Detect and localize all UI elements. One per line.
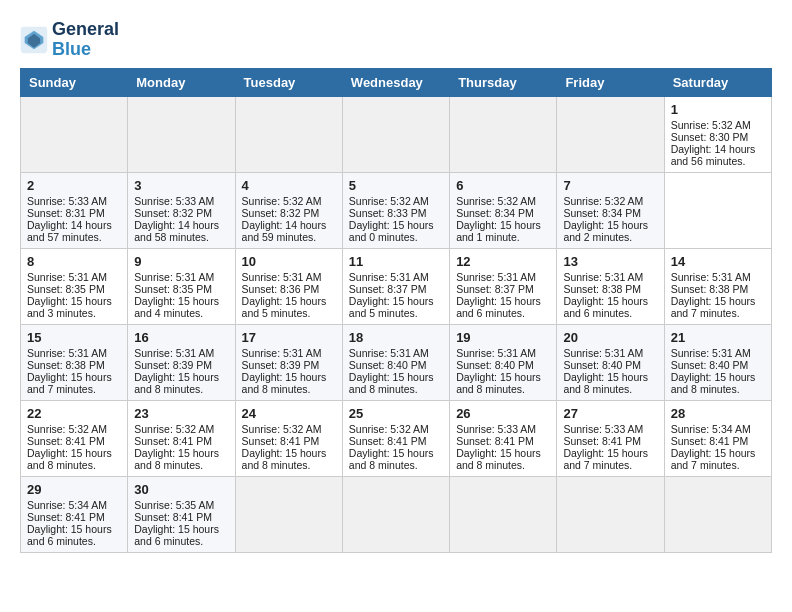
sunset: Sunset: 8:41 PM	[456, 435, 534, 447]
sunrise: Sunrise: 5:32 AM	[27, 423, 107, 435]
sunrise: Sunrise: 5:31 AM	[349, 271, 429, 283]
day-number: 15	[27, 330, 121, 345]
sunset: Sunset: 8:37 PM	[349, 283, 427, 295]
logo-text: General Blue	[52, 20, 119, 60]
sunrise: Sunrise: 5:31 AM	[134, 271, 214, 283]
calendar-day: 20Sunrise: 5:31 AMSunset: 8:40 PMDayligh…	[557, 324, 664, 400]
empty-cell	[342, 476, 449, 552]
daylight: Daylight: 15 hours and 8 minutes.	[563, 371, 648, 395]
calendar-day: 29Sunrise: 5:34 AMSunset: 8:41 PMDayligh…	[21, 476, 128, 552]
day-number: 20	[563, 330, 657, 345]
sunrise: Sunrise: 5:32 AM	[242, 423, 322, 435]
sunrise: Sunrise: 5:32 AM	[349, 423, 429, 435]
daylight: Daylight: 15 hours and 8 minutes.	[456, 371, 541, 395]
sunset: Sunset: 8:33 PM	[349, 207, 427, 219]
day-number: 16	[134, 330, 228, 345]
sunset: Sunset: 8:41 PM	[27, 511, 105, 523]
sunrise: Sunrise: 5:35 AM	[134, 499, 214, 511]
col-header-monday: Monday	[128, 68, 235, 96]
calendar-week-row: 15Sunrise: 5:31 AMSunset: 8:38 PMDayligh…	[21, 324, 772, 400]
daylight: Daylight: 15 hours and 3 minutes.	[27, 295, 112, 319]
day-number: 22	[27, 406, 121, 421]
calendar-day: 9Sunrise: 5:31 AMSunset: 8:35 PMDaylight…	[128, 248, 235, 324]
calendar-table: SundayMondayTuesdayWednesdayThursdayFrid…	[20, 68, 772, 553]
day-number: 18	[349, 330, 443, 345]
sunset: Sunset: 8:41 PM	[134, 511, 212, 523]
daylight: Daylight: 15 hours and 8 minutes.	[27, 447, 112, 471]
calendar-week-row: 2Sunrise: 5:33 AMSunset: 8:31 PMDaylight…	[21, 172, 772, 248]
calendar-week-row: 29Sunrise: 5:34 AMSunset: 8:41 PMDayligh…	[21, 476, 772, 552]
daylight: Daylight: 15 hours and 8 minutes.	[242, 447, 327, 471]
day-number: 23	[134, 406, 228, 421]
daylight: Daylight: 15 hours and 8 minutes.	[456, 447, 541, 471]
sunrise: Sunrise: 5:31 AM	[671, 347, 751, 359]
sunset: Sunset: 8:40 PM	[349, 359, 427, 371]
calendar-day: 19Sunrise: 5:31 AMSunset: 8:40 PMDayligh…	[450, 324, 557, 400]
sunrise: Sunrise: 5:31 AM	[563, 271, 643, 283]
calendar-day: 7Sunrise: 5:32 AMSunset: 8:34 PMDaylight…	[557, 172, 664, 248]
sunset: Sunset: 8:41 PM	[671, 435, 749, 447]
sunrise: Sunrise: 5:31 AM	[242, 271, 322, 283]
sunset: Sunset: 8:40 PM	[671, 359, 749, 371]
sunset: Sunset: 8:41 PM	[134, 435, 212, 447]
sunrise: Sunrise: 5:33 AM	[27, 195, 107, 207]
daylight: Daylight: 15 hours and 6 minutes.	[27, 523, 112, 547]
day-number: 17	[242, 330, 336, 345]
calendar-day: 23Sunrise: 5:32 AMSunset: 8:41 PMDayligh…	[128, 400, 235, 476]
calendar-header-row: SundayMondayTuesdayWednesdayThursdayFrid…	[21, 68, 772, 96]
sunset: Sunset: 8:30 PM	[671, 131, 749, 143]
calendar-day: 24Sunrise: 5:32 AMSunset: 8:41 PMDayligh…	[235, 400, 342, 476]
calendar-day: 3Sunrise: 5:33 AMSunset: 8:32 PMDaylight…	[128, 172, 235, 248]
daylight: Daylight: 15 hours and 7 minutes.	[27, 371, 112, 395]
calendar-day: 25Sunrise: 5:32 AMSunset: 8:41 PMDayligh…	[342, 400, 449, 476]
sunset: Sunset: 8:41 PM	[563, 435, 641, 447]
logo-line1: General	[52, 20, 119, 40]
day-number: 14	[671, 254, 765, 269]
sunset: Sunset: 8:38 PM	[27, 359, 105, 371]
sunrise: Sunrise: 5:31 AM	[671, 271, 751, 283]
day-number: 19	[456, 330, 550, 345]
calendar-week-row: 8Sunrise: 5:31 AMSunset: 8:35 PMDaylight…	[21, 248, 772, 324]
calendar-day: 30Sunrise: 5:35 AMSunset: 8:41 PMDayligh…	[128, 476, 235, 552]
empty-cell	[450, 96, 557, 172]
empty-cell	[450, 476, 557, 552]
calendar-day: 28Sunrise: 5:34 AMSunset: 8:41 PMDayligh…	[664, 400, 771, 476]
sunrise: Sunrise: 5:31 AM	[456, 347, 536, 359]
daylight: Daylight: 15 hours and 1 minute.	[456, 219, 541, 243]
day-number: 5	[349, 178, 443, 193]
day-number: 7	[563, 178, 657, 193]
daylight: Daylight: 15 hours and 4 minutes.	[134, 295, 219, 319]
empty-cell	[664, 476, 771, 552]
sunrise: Sunrise: 5:31 AM	[349, 347, 429, 359]
sunset: Sunset: 8:39 PM	[134, 359, 212, 371]
daylight: Daylight: 15 hours and 7 minutes.	[671, 295, 756, 319]
sunrise: Sunrise: 5:31 AM	[563, 347, 643, 359]
sunset: Sunset: 8:36 PM	[242, 283, 320, 295]
calendar-day: 15Sunrise: 5:31 AMSunset: 8:38 PMDayligh…	[21, 324, 128, 400]
calendar-day: 26Sunrise: 5:33 AMSunset: 8:41 PMDayligh…	[450, 400, 557, 476]
daylight: Daylight: 15 hours and 2 minutes.	[563, 219, 648, 243]
daylight: Daylight: 14 hours and 58 minutes.	[134, 219, 219, 243]
calendar-week-row: 22Sunrise: 5:32 AMSunset: 8:41 PMDayligh…	[21, 400, 772, 476]
daylight: Daylight: 15 hours and 5 minutes.	[242, 295, 327, 319]
daylight: Daylight: 14 hours and 57 minutes.	[27, 219, 112, 243]
sunrise: Sunrise: 5:32 AM	[242, 195, 322, 207]
daylight: Daylight: 15 hours and 8 minutes.	[134, 371, 219, 395]
sunrise: Sunrise: 5:31 AM	[456, 271, 536, 283]
calendar-day: 21Sunrise: 5:31 AMSunset: 8:40 PMDayligh…	[664, 324, 771, 400]
col-header-saturday: Saturday	[664, 68, 771, 96]
day-number: 27	[563, 406, 657, 421]
day-number: 21	[671, 330, 765, 345]
calendar-day: 1Sunrise: 5:32 AMSunset: 8:30 PMDaylight…	[664, 96, 771, 172]
sunset: Sunset: 8:40 PM	[456, 359, 534, 371]
sunset: Sunset: 8:41 PM	[349, 435, 427, 447]
sunrise: Sunrise: 5:31 AM	[27, 271, 107, 283]
day-number: 26	[456, 406, 550, 421]
daylight: Daylight: 15 hours and 7 minutes.	[671, 447, 756, 471]
calendar-day: 14Sunrise: 5:31 AMSunset: 8:38 PMDayligh…	[664, 248, 771, 324]
col-header-friday: Friday	[557, 68, 664, 96]
day-number: 8	[27, 254, 121, 269]
calendar-day: 27Sunrise: 5:33 AMSunset: 8:41 PMDayligh…	[557, 400, 664, 476]
calendar-day: 16Sunrise: 5:31 AMSunset: 8:39 PMDayligh…	[128, 324, 235, 400]
sunset: Sunset: 8:34 PM	[456, 207, 534, 219]
